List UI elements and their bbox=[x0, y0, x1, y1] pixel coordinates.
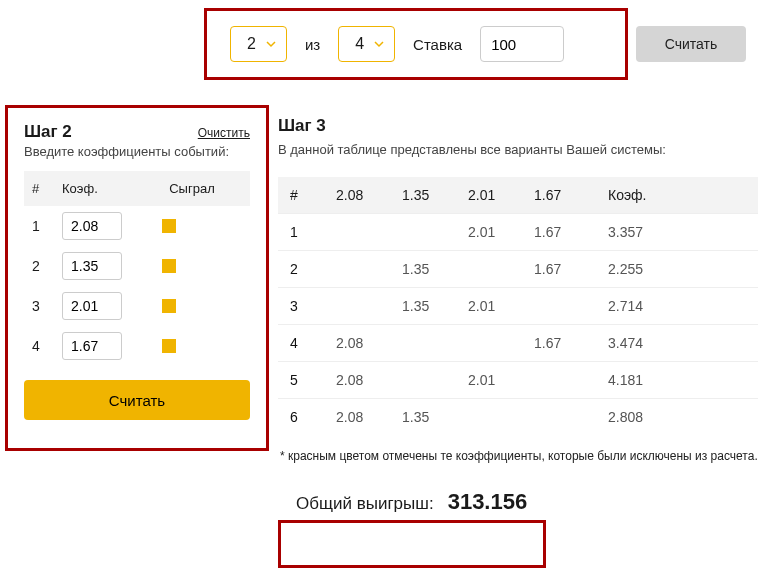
of-label: из bbox=[305, 36, 320, 53]
col-num: # bbox=[32, 181, 62, 196]
vr-c4 bbox=[534, 298, 608, 314]
vr-c4: 1.67 bbox=[534, 335, 608, 351]
vr-num: 4 bbox=[290, 335, 336, 351]
vr-c2 bbox=[402, 335, 468, 351]
vr-c1: 2.08 bbox=[336, 372, 402, 388]
calculate-button-top[interactable]: Считать bbox=[636, 26, 746, 62]
coef-input[interactable] bbox=[62, 292, 122, 320]
col-coef: Коэф. bbox=[62, 181, 142, 196]
row-num: 1 bbox=[32, 218, 62, 234]
total-value: 313.156 bbox=[448, 489, 528, 515]
variant-row: 62.081.352.808 bbox=[278, 398, 758, 435]
coef-row: 2 bbox=[24, 246, 250, 286]
pick-count-value: 2 bbox=[247, 35, 256, 53]
variant-row: 52.082.014.181 bbox=[278, 361, 758, 398]
vr-c4 bbox=[534, 372, 608, 388]
stake-input[interactable] bbox=[480, 26, 564, 62]
coef-input[interactable] bbox=[62, 212, 122, 240]
variant-row: 31.352.012.714 bbox=[278, 287, 758, 324]
vh-coef: Коэф. bbox=[608, 187, 746, 203]
col-played: Сыграл bbox=[142, 181, 242, 196]
vh-c1: 2.08 bbox=[336, 187, 402, 203]
vr-coef: 3.357 bbox=[608, 224, 746, 240]
coef-table-header: # Коэф. Сыграл bbox=[24, 171, 250, 206]
vr-c2: 1.35 bbox=[402, 261, 468, 277]
footnote: * красным цветом отмечены те коэффициент… bbox=[280, 449, 758, 463]
chevron-down-icon bbox=[374, 39, 384, 49]
vr-c3: 2.01 bbox=[468, 372, 534, 388]
vr-coef: 2.255 bbox=[608, 261, 746, 277]
stake-label: Ставка bbox=[413, 36, 462, 53]
vr-c2: 1.35 bbox=[402, 409, 468, 425]
step2-subtitle: Введите коэффициенты событий: bbox=[24, 144, 250, 159]
played-checkbox[interactable] bbox=[162, 299, 176, 313]
vr-coef: 2.714 bbox=[608, 298, 746, 314]
vr-c4: 1.67 bbox=[534, 224, 608, 240]
vr-c4 bbox=[534, 409, 608, 425]
played-checkbox[interactable] bbox=[162, 339, 176, 353]
total-count-value: 4 bbox=[355, 35, 364, 53]
highlight-total bbox=[278, 520, 546, 568]
row-num: 4 bbox=[32, 338, 62, 354]
system-params-bar: 2 из 4 Ставка bbox=[208, 12, 626, 76]
coef-input[interactable] bbox=[62, 252, 122, 280]
vr-c3 bbox=[468, 409, 534, 425]
step3-subtitle: В данной таблице представлены все вариан… bbox=[278, 142, 758, 157]
vr-c2 bbox=[402, 224, 468, 240]
vr-num: 2 bbox=[290, 261, 336, 277]
vr-c1 bbox=[336, 224, 402, 240]
chevron-down-icon bbox=[266, 39, 276, 49]
total-label: Общий выигрыш: bbox=[296, 494, 434, 514]
vr-c2 bbox=[402, 372, 468, 388]
step3-panel: Шаг 3 В данной таблице представлены все … bbox=[278, 116, 758, 527]
vr-c4: 1.67 bbox=[534, 261, 608, 277]
vr-num: 6 bbox=[290, 409, 336, 425]
vr-c2: 1.35 bbox=[402, 298, 468, 314]
vr-coef: 2.808 bbox=[608, 409, 746, 425]
step2-panel: Шаг 2 Очистить Введите коэффициенты собы… bbox=[10, 108, 264, 438]
vr-coef: 3.474 bbox=[608, 335, 746, 351]
row-num: 2 bbox=[32, 258, 62, 274]
vr-c1: 2.08 bbox=[336, 409, 402, 425]
vr-num: 5 bbox=[290, 372, 336, 388]
vr-c3 bbox=[468, 261, 534, 277]
step3-title: Шаг 3 bbox=[278, 116, 758, 136]
vh-c4: 1.67 bbox=[534, 187, 608, 203]
vr-num: 3 bbox=[290, 298, 336, 314]
variant-table-header: # 2.08 1.35 2.01 1.67 Коэф. bbox=[278, 177, 758, 213]
coef-row: 4 bbox=[24, 326, 250, 366]
variant-row: 21.351.672.255 bbox=[278, 250, 758, 287]
pick-count-select[interactable]: 2 bbox=[230, 26, 287, 62]
coef-row: 3 bbox=[24, 286, 250, 326]
vr-c1 bbox=[336, 298, 402, 314]
played-checkbox[interactable] bbox=[162, 219, 176, 233]
vr-c1: 2.08 bbox=[336, 335, 402, 351]
vr-coef: 4.181 bbox=[608, 372, 746, 388]
vr-num: 1 bbox=[290, 224, 336, 240]
total-count-select[interactable]: 4 bbox=[338, 26, 395, 62]
step2-title: Шаг 2 bbox=[24, 122, 72, 142]
coef-input[interactable] bbox=[62, 332, 122, 360]
clear-button[interactable]: Очистить bbox=[198, 126, 250, 140]
vr-c1 bbox=[336, 261, 402, 277]
vh-c2: 1.35 bbox=[402, 187, 468, 203]
vr-c3 bbox=[468, 335, 534, 351]
vr-c3: 2.01 bbox=[468, 298, 534, 314]
variant-row: 42.081.673.474 bbox=[278, 324, 758, 361]
played-checkbox[interactable] bbox=[162, 259, 176, 273]
vh-c3: 2.01 bbox=[468, 187, 534, 203]
vh-num: # bbox=[290, 187, 336, 203]
total-box: Общий выигрыш: 313.156 bbox=[278, 477, 758, 527]
coef-row: 1 bbox=[24, 206, 250, 246]
variant-row: 12.011.673.357 bbox=[278, 213, 758, 250]
row-num: 3 bbox=[32, 298, 62, 314]
calculate-button[interactable]: Считать bbox=[24, 380, 250, 420]
vr-c3: 2.01 bbox=[468, 224, 534, 240]
